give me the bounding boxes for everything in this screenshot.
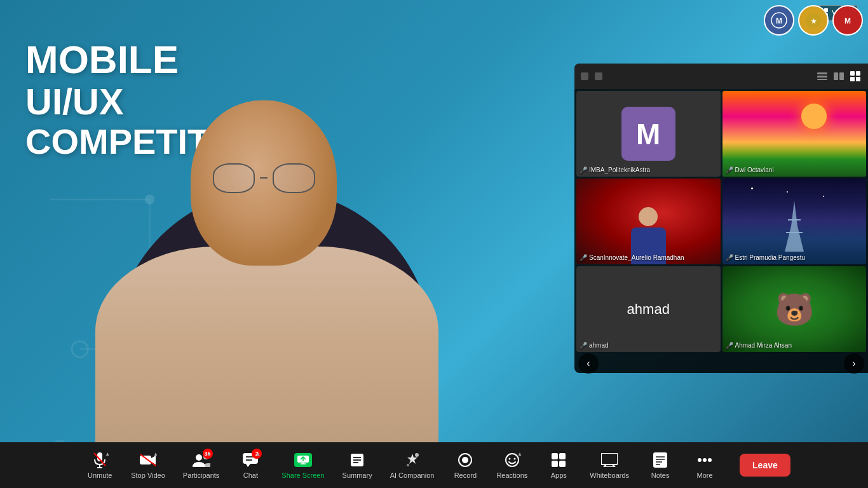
participant-tiles: M 🎤 IMBA_PoliteknikAstra 🎤 Dwi Octaviani [574,89,868,354]
reactions-button[interactable]: ▲ Reactions [487,447,536,483]
stop-video-button[interactable]: ▲ Stop Video [122,447,174,483]
participants-button[interactable]: 35 ▲ Participants [174,447,228,483]
double-layout-button[interactable] [832,70,845,83]
ai-svg [404,452,421,468]
participants-panel: M 🎤 IMBA_PoliteknikAstra 🎤 Dwi Octaviani [574,64,868,373]
main-video: MOBILE UI/UX COMPETITION Faza_Panitia [0,0,868,488]
svg-text:★: ★ [811,18,817,25]
svg-point-61 [508,458,510,460]
aurelio-name-tag: 🎤 ScanInnovate_Aurelio Ramadhan [580,254,684,261]
panel-restore[interactable] [595,72,602,80]
apps-icon [550,451,567,469]
svg-rect-33 [839,72,844,80]
notes-icon [651,451,669,469]
participants-label: Participants [183,471,219,479]
svg-rect-63 [552,453,558,459]
prev-page-button[interactable]: ‹ [578,353,599,374]
unmute-button[interactable]: ▲ Unmute [78,447,122,483]
eiffel-tower [778,201,810,252]
grid-layout-button[interactable] [849,70,862,83]
imba-name-tag: 🎤 IMBA_PoliteknikAstra [580,166,650,173]
svg-point-78 [708,458,712,462]
grid-icon [850,71,860,81]
next-page-button[interactable]: › [844,353,864,374]
double-icon [834,72,844,80]
nav-arrow-area: ‹ › [574,354,868,373]
ahmad-muted-icon: 🎤 [580,342,587,349]
imba-avatar: M [621,107,675,161]
strip-icon [817,72,827,80]
svg-point-57 [407,464,409,466]
chat-caret: ▲ [255,451,261,457]
star1 [751,187,753,189]
record-button[interactable]: Record [443,447,487,483]
mic-off-icon: ▲ [91,451,109,469]
whiteboards-button[interactable]: Whiteboards [581,447,638,483]
org2-icon: ★ [804,11,822,29]
org3-icon: M [839,11,857,29]
chat-icon: 2 ▲ [241,451,259,469]
more-label: More [697,471,713,479]
unmute-caret: ▲ [105,451,110,457]
imba-muted-icon: 🎤 [580,166,587,173]
svg-text:M: M [844,17,851,25]
dwi-muted-icon: 🎤 [726,166,733,173]
svg-rect-40 [140,456,151,464]
svg-text:M: M [776,17,782,25]
org-badge-3: M [832,5,863,36]
ahmad-name-tag: 🎤 ahmad [580,342,609,349]
apps-button[interactable]: Apps [536,447,581,483]
svg-rect-30 [817,76,827,78]
dwi-name-tag: 🎤 Dwi Octaviani [726,166,774,173]
unmute-label: Unmute [88,471,112,479]
org-badge-1: M [764,5,794,36]
svg-rect-66 [559,461,566,467]
svg-rect-64 [559,453,566,459]
chat-label: Chat [243,471,258,479]
share-screen-button[interactable]: Share Screen [273,447,333,483]
summary-button[interactable]: Summary [334,447,381,483]
ai-companion-button[interactable]: AI Companion [381,447,444,483]
ahmad-name: ahmad [589,342,609,349]
svg-point-56 [415,453,419,457]
leave-button[interactable]: Leave [740,454,790,477]
ai-icon [403,451,421,469]
svg-rect-65 [552,461,558,467]
svg-rect-31 [817,79,827,80]
layout-buttons [816,70,862,83]
participant-tile-ahmad: ahmad 🎤 ahmad [576,266,721,352]
toolbar: ▲ Unmute ▲ Stop Video [0,442,868,488]
face-shape [191,100,337,266]
panel-minimize[interactable] [581,72,588,80]
more-button[interactable]: More [682,447,727,483]
ai-companion-label: AI Companion [390,471,435,479]
svg-rect-67 [601,453,618,464]
notes-button[interactable]: Notes [638,447,682,483]
whiteboards-label: Whiteboards [590,471,629,479]
svg-point-76 [698,458,702,462]
participants-icon: 35 ▲ [193,451,210,469]
reactions-label: Reactions [496,471,527,479]
dwi-name: Dwi Octaviani [735,166,774,173]
org-badge-2: ★ [798,5,829,36]
share-svg [297,456,309,464]
aurelio-name: ScanInnovate_Aurelio Ramadhan [589,254,684,261]
strip-layout-button[interactable] [816,70,829,83]
aurelio-muted-icon: 🎤 [580,254,587,261]
svg-point-59 [462,457,468,463]
imba-name: IMBA_PoliteknikAstra [589,166,650,173]
participant-tile-dwi: 🎤 Dwi Octaviani [722,91,867,177]
apps-label: Apps [551,471,567,479]
apps-svg [551,452,566,468]
record-label: Record [454,471,477,479]
svg-rect-29 [817,72,827,74]
summary-icon [348,451,366,469]
participant-tile-mirza: 🐻 🎤 Ahmad Mirza Ahsan [722,266,867,352]
svg-point-77 [703,458,707,462]
svg-point-62 [513,458,515,460]
mirza-muted-icon: 🎤 [726,342,733,349]
summary-label: Summary [342,471,372,479]
participant-tile-imba: M 🎤 IMBA_PoliteknikAstra [576,91,721,177]
share-screen-label: Share Screen [281,471,324,479]
chat-button[interactable]: 2 ▲ Chat [228,447,273,483]
